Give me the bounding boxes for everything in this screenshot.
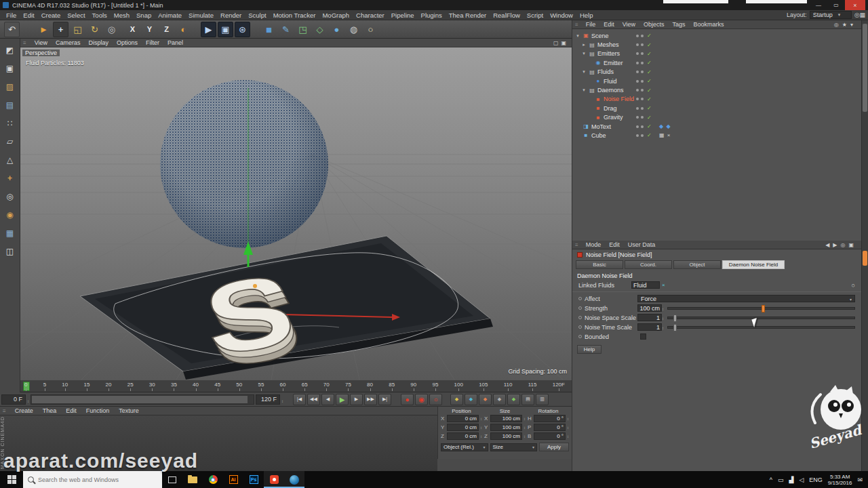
noise-space-scale-field[interactable]: 1 bbox=[637, 314, 662, 321]
pos-z-field[interactable]: 0 cm bbox=[447, 432, 479, 440]
enabled-check-icon[interactable]: ✓ bbox=[647, 87, 652, 94]
menu-item[interactable]: MoGraph bbox=[319, 12, 353, 19]
previous-key-button[interactable]: ◀◀ bbox=[307, 394, 320, 405]
tab-daemon-noise-field[interactable]: Daemon Noise Field bbox=[722, 260, 785, 269]
next-frame-button[interactable]: ▶ bbox=[350, 394, 363, 405]
cinema4d-app-icon[interactable] bbox=[284, 471, 304, 488]
file-explorer-icon[interactable] bbox=[182, 471, 203, 488]
param-anim-dot[interactable] bbox=[578, 297, 582, 300]
materials-menu-item[interactable]: Function bbox=[81, 407, 115, 414]
pos-x-field[interactable]: 0 cm bbox=[447, 415, 479, 422]
linked-fluids-options-icon[interactable]: ○ bbox=[852, 282, 855, 289]
rot-p-field[interactable]: 0 ° bbox=[534, 424, 566, 431]
keyframe-presets-icon[interactable]: ▤ bbox=[521, 394, 534, 405]
strength-slider-handle[interactable] bbox=[762, 305, 765, 312]
visibility-dots[interactable] bbox=[636, 70, 644, 73]
add-light-icon[interactable]: ○ bbox=[363, 22, 378, 37]
illustrator-icon[interactable]: Ai bbox=[223, 471, 243, 488]
end-frame-field[interactable]: 120 F bbox=[256, 394, 280, 405]
tree-item-emitters[interactable]: ▾ ▤ Emitters ✓ bbox=[572, 49, 854, 58]
size-y-stepper[interactable] bbox=[524, 424, 526, 430]
pos-y-stepper[interactable] bbox=[480, 424, 482, 430]
workplane-mode-icon[interactable]: ▤ bbox=[2, 97, 18, 113]
render-view-icon[interactable]: ▶ bbox=[201, 22, 216, 37]
attribute-menu-item[interactable]: Mode bbox=[582, 241, 606, 248]
expander-icon[interactable]: ▾ bbox=[581, 87, 587, 93]
fluid-particle-sphere[interactable] bbox=[160, 80, 328, 248]
points-mode-icon[interactable]: ∷ bbox=[2, 115, 18, 131]
menu-item[interactable]: Window bbox=[547, 12, 576, 19]
viewport-canvas[interactable]: S S S bbox=[20, 47, 572, 380]
rot-h-field[interactable]: 0 ° bbox=[534, 415, 566, 422]
object-manager-menu-item[interactable]: View bbox=[618, 21, 639, 28]
x-axis-lock-icon[interactable]: X bbox=[125, 22, 140, 37]
snap-icon[interactable]: ◉ bbox=[2, 207, 18, 222]
enabled-check-icon[interactable]: ✓ bbox=[647, 78, 652, 84]
record-pla-toggle[interactable]: ◆ bbox=[507, 394, 520, 405]
action-center-icon[interactable]: ✉ bbox=[857, 476, 863, 483]
menu-item[interactable]: Edit bbox=[20, 12, 37, 19]
undo-icon[interactable]: ↶ bbox=[4, 22, 20, 37]
menu-item[interactable]: Tools bbox=[89, 12, 111, 19]
tab-basic[interactable]: Basic bbox=[576, 260, 623, 269]
tree-item-daemons[interactable]: ▾ ▤ Daemons ✓ bbox=[572, 85, 854, 94]
add-subdivision-icon[interactable]: ◳ bbox=[295, 22, 311, 37]
object-handle-dot[interactable] bbox=[253, 284, 257, 288]
enabled-check-icon[interactable]: ✓ bbox=[647, 115, 652, 121]
menu-item[interactable]: Pipeline bbox=[388, 12, 418, 19]
tree-item-fluids[interactable]: ▾ ▤ Fluids ✓ bbox=[572, 68, 854, 77]
goto-end-button[interactable]: ▶| bbox=[378, 394, 391, 405]
section-title[interactable]: Daemon Noise Field bbox=[572, 270, 862, 281]
task-view-button[interactable] bbox=[162, 471, 182, 488]
tree-item-emitter[interactable]: ◉ Emitter ✓ bbox=[572, 58, 854, 67]
visibility-dots[interactable] bbox=[636, 62, 644, 64]
history-back-icon[interactable]: ◀ bbox=[825, 242, 829, 248]
expander-icon[interactable]: ▾ bbox=[575, 33, 580, 39]
menu-item[interactable]: Motion Tracker bbox=[270, 12, 319, 19]
viewport-menu-item[interactable]: Panel bbox=[163, 39, 187, 46]
viewport-maximize-icon[interactable]: ▣ bbox=[561, 40, 566, 46]
param-anim-dot[interactable] bbox=[578, 325, 582, 329]
tray-chevron-icon[interactable]: ^ bbox=[770, 476, 772, 483]
search-icon[interactable]: ◎ bbox=[834, 22, 839, 28]
attribute-menu-item[interactable]: User Data bbox=[624, 241, 660, 248]
menu-item[interactable]: Animate bbox=[155, 12, 185, 19]
enabled-check-icon[interactable]: ✓ bbox=[647, 60, 652, 66]
frame-stepper[interactable] bbox=[27, 393, 29, 405]
strength-stepper[interactable] bbox=[662, 305, 664, 312]
enabled-check-icon[interactable]: ✓ bbox=[647, 33, 652, 39]
size-z-field[interactable]: 100 cm bbox=[490, 432, 522, 440]
record-keyframe-button[interactable]: ● bbox=[401, 394, 414, 405]
render-picture-viewer-icon[interactable]: ▣ bbox=[218, 22, 233, 37]
tree-item-drag[interactable]: ■ Drag ✓ bbox=[572, 104, 854, 113]
remove-link-icon[interactable]: × bbox=[662, 282, 665, 288]
tree-item-cube[interactable]: ■ Cube ✓ ▦ × bbox=[572, 131, 854, 140]
move-tool-icon[interactable]: + bbox=[53, 22, 68, 37]
affect-dropdown[interactable]: Force bbox=[637, 295, 855, 302]
visibility-dots[interactable] bbox=[636, 134, 644, 137]
size-x-stepper[interactable] bbox=[524, 415, 526, 422]
menu-item[interactable]: Script bbox=[524, 12, 547, 19]
tab-object[interactable]: Object bbox=[673, 260, 721, 269]
materials-menu-item[interactable]: Create bbox=[10, 407, 38, 414]
materials-menu-item[interactable]: Texture bbox=[114, 407, 144, 414]
object-manager-menu-item[interactable]: Tags bbox=[669, 21, 690, 28]
start-button[interactable] bbox=[0, 471, 23, 488]
param-anim-dot[interactable] bbox=[578, 306, 582, 310]
taskbar-clock[interactable]: 5:33 AM 9/15/2016 bbox=[828, 474, 852, 486]
menu-item[interactable]: Plugins bbox=[418, 12, 446, 19]
size-z-stepper[interactable] bbox=[524, 433, 526, 439]
play-button[interactable]: ▶ bbox=[336, 394, 349, 405]
object-tags[interactable]: ▦ × bbox=[659, 132, 671, 138]
enable-axis-icon[interactable]: + bbox=[2, 170, 18, 186]
y-axis-lock-icon[interactable]: Y bbox=[142, 22, 157, 37]
menu-item[interactable]: Simulate bbox=[185, 12, 217, 19]
layout-grid-icon[interactable]: ▦ bbox=[859, 12, 865, 18]
viewport-menu-item[interactable]: Display bbox=[85, 39, 113, 46]
render-settings-icon[interactable]: ⊛ bbox=[235, 22, 250, 37]
aparat-icon[interactable] bbox=[264, 471, 284, 488]
strength-slider[interactable] bbox=[667, 307, 855, 310]
next-key-button[interactable]: ▶▶ bbox=[364, 394, 377, 405]
panel-menu-icon[interactable]: ▾ bbox=[850, 22, 853, 28]
menu-item[interactable]: RealFlow bbox=[490, 12, 524, 19]
